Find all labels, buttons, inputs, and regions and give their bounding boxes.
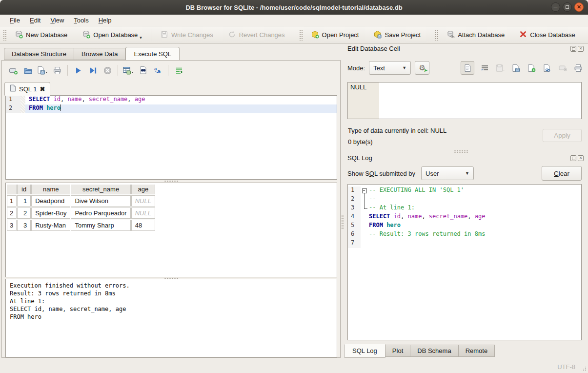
column-header-age[interactable]: age	[131, 185, 155, 194]
cell-value-editor[interactable]: NULL	[347, 82, 582, 119]
close-button[interactable]: ✕	[574, 2, 584, 12]
save-project-button[interactable]: Save Project	[368, 28, 426, 42]
close-panel-icon[interactable]: ✕	[578, 155, 584, 161]
text-mode-icon[interactable]	[461, 61, 474, 75]
encoding-indicator: UTF-8	[557, 363, 575, 371]
table-cell[interactable]: Pedro Parqueador	[71, 207, 130, 219]
word-wrap-icon[interactable]	[172, 64, 185, 77]
table-cell[interactable]: 1	[17, 195, 31, 207]
column-header-id[interactable]: id	[17, 185, 31, 194]
log-line[interactable]: 7	[348, 239, 581, 248]
fold-marker[interactable]	[361, 186, 368, 195]
close-database-button[interactable]: Close Database	[514, 28, 580, 41]
text-cursor	[61, 104, 61, 111]
row-number[interactable]: 1	[7, 195, 17, 207]
import-data-icon	[495, 62, 506, 73]
execution-message[interactable]: Execution finished without errors. Resul…	[5, 279, 337, 357]
float-panel-icon[interactable]	[570, 46, 576, 52]
table-cell[interactable]: 2	[17, 207, 31, 219]
sql-editor[interactable]: 1SELECT id, name, secret_name, age2FROM …	[5, 95, 337, 180]
menu-rest: ile	[14, 17, 20, 24]
log-line[interactable]: 3-- At line 1:	[348, 204, 581, 213]
menu-tools[interactable]: Tools	[69, 16, 93, 25]
menu-view[interactable]: View	[45, 16, 69, 25]
minimize-button[interactable]: ─	[551, 2, 560, 12]
splitter-handle[interactable]	[454, 150, 468, 153]
table-cell[interactable]: Rusty-Man	[31, 220, 70, 231]
apply-data-icon[interactable]	[526, 62, 537, 73]
editor-line[interactable]: 2FROM hero	[6, 104, 337, 113]
log-line[interactable]: 4SELECT id, name, secret_name, age	[348, 213, 581, 222]
open-project-button[interactable]: Open Project	[306, 28, 364, 42]
new-database-button[interactable]: New Database	[10, 28, 72, 42]
save-sql-file-icon[interactable]	[36, 64, 49, 77]
open-tab-icon[interactable]	[7, 64, 20, 77]
column-header-secret_name[interactable]: secret_name	[71, 185, 130, 194]
menu-edit[interactable]: Edit	[25, 16, 45, 25]
maximize-button[interactable]	[563, 2, 572, 12]
edit-cell-title: Edit Database Cell	[347, 45, 570, 52]
submitted-by-select[interactable]: User ▼	[421, 166, 474, 180]
attach-database-button[interactable]: Attach Database	[442, 28, 509, 42]
tab-execute-sql[interactable]: Execute SQL	[125, 47, 180, 61]
save-results-icon[interactable]	[122, 64, 135, 77]
log-line[interactable]: 6-- Result: 3 rows returned in 8ms	[348, 230, 581, 239]
menu-file[interactable]: File	[5, 16, 25, 25]
float-panel-icon[interactable]	[570, 155, 576, 161]
log-line[interactable]: 5FROM hero	[348, 222, 581, 230]
editor-code[interactable]: SELECT id, name, secret_name, age	[25, 96, 337, 104]
export-data-icon[interactable]	[510, 62, 521, 73]
mode-label: Mode:	[347, 64, 365, 72]
menu-help[interactable]: Help	[94, 16, 117, 25]
execute-all-icon[interactable]	[72, 64, 84, 77]
table-cell[interactable]: 48	[131, 220, 155, 231]
open-database-button[interactable]: Open Database ▾	[77, 28, 147, 42]
dock-tab-plot[interactable]: Plot	[385, 345, 410, 357]
log-line[interactable]: 1-- EXECUTING ALL IN 'SQL 1'	[348, 186, 581, 195]
table-cell[interactable]: NULL	[131, 207, 155, 219]
table-cell[interactable]: 3	[17, 220, 31, 231]
resize-grip[interactable]	[581, 365, 587, 372]
close-sql-tab-icon[interactable]: ✖	[40, 85, 45, 93]
column-header-name[interactable]: name	[31, 185, 70, 194]
table-cell[interactable]: Tommy Sharp	[71, 220, 130, 231]
close-panel-icon[interactable]: ✕	[578, 46, 584, 52]
word-wrap-icon[interactable]	[479, 62, 490, 73]
sql-log-view[interactable]: 1-- EXECUTING ALL IN 'SQL 1'2--3-- At li…	[347, 184, 582, 340]
toolbar-handle[interactable]	[3, 30, 6, 41]
toolbar-handle[interactable]	[435, 30, 438, 41]
toolbar-separator	[67, 65, 68, 76]
log-line[interactable]: 2--	[348, 195, 581, 204]
table-cell[interactable]: NULL	[131, 195, 155, 207]
format-sql-icon[interactable]: a a	[151, 64, 164, 77]
auto-apply-button[interactable]: ⚙ ➤	[415, 61, 429, 75]
log-code: SELECT id, name, secret_name, age	[368, 213, 581, 222]
print-icon[interactable]	[573, 62, 584, 73]
tab-browse-data[interactable]: Browse Data	[74, 48, 125, 60]
dock-tab-remote[interactable]: Remote	[459, 345, 495, 357]
dock-tab-db-schema[interactable]: DB Schema	[410, 345, 458, 357]
write-changes-icon	[160, 30, 168, 40]
table-cell[interactable]: Spider-Boy	[31, 207, 70, 219]
log-code: -- At line 1:	[368, 204, 581, 213]
table-cell[interactable]: Deadpond	[31, 195, 70, 207]
find-replace-icon[interactable]	[137, 64, 149, 77]
sql-tab[interactable]: SQL 1 ✖	[4, 82, 50, 96]
dock-tab-sql-log[interactable]: SQL Log	[344, 344, 385, 358]
code-token: SELECT	[369, 213, 390, 220]
open-sql-file-icon[interactable]	[21, 64, 34, 77]
tab-database-structure[interactable]: Database Structure	[4, 48, 74, 60]
editor-code[interactable]: FROM hero	[25, 104, 337, 113]
link-icon[interactable]	[542, 62, 552, 73]
editor-line[interactable]: 1SELECT id, name, secret_name, age	[6, 96, 337, 104]
toolbar-handle[interactable]	[299, 30, 303, 41]
print-icon[interactable]	[51, 64, 63, 77]
execute-line-icon[interactable]	[86, 64, 99, 77]
table-cell[interactable]: Dive Wilson	[71, 195, 130, 207]
mode-select[interactable]: Text ▼	[369, 61, 411, 75]
edit-cell-header: Edit Database Cell ✕	[347, 45, 584, 52]
row-number[interactable]: 2	[7, 207, 17, 219]
open-database-dropdown[interactable]: ▾	[140, 35, 142, 40]
clear-log-button[interactable]: Clear	[542, 166, 582, 181]
row-number[interactable]: 3	[7, 220, 17, 231]
